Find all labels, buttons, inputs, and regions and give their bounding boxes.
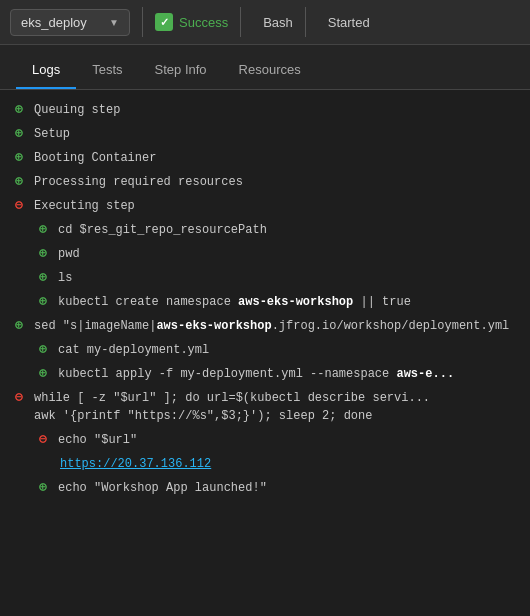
tab-resources[interactable]: Resources bbox=[223, 52, 317, 89]
check-icon: ✓ bbox=[155, 13, 173, 31]
expand-icon: ⊕ bbox=[36, 343, 50, 357]
log-row-setup[interactable]: ⊕ Setup bbox=[0, 122, 530, 146]
tab-tests[interactable]: Tests bbox=[76, 52, 138, 89]
pipeline-name: eks_deploy bbox=[21, 15, 87, 30]
expand-icon: ⊕ bbox=[12, 319, 26, 333]
status-badge: ✓ Success bbox=[155, 13, 228, 31]
collapse-icon: ⊖ bbox=[36, 433, 50, 447]
log-row-echo[interactable]: ⊖ echo "$url" bbox=[0, 428, 530, 452]
divider-2 bbox=[240, 7, 241, 37]
log-text: cat my-deployment.yml bbox=[58, 341, 209, 359]
log-row-sed[interactable]: ⊕ sed "s|imageName|aws-eks-workshop.jfro… bbox=[0, 314, 530, 338]
divider-1 bbox=[142, 7, 143, 37]
log-row-kubectl-apply[interactable]: ⊕ kubectl apply -f my-deployment.yml --n… bbox=[0, 362, 530, 386]
expand-icon: ⊕ bbox=[36, 223, 50, 237]
pipeline-dropdown[interactable]: eks_deploy ▼ bbox=[10, 9, 130, 36]
log-row-while[interactable]: ⊖ while [ -z "$url" ]; do url=$(kubectl … bbox=[0, 386, 530, 428]
expand-icon: ⊕ bbox=[12, 103, 26, 117]
collapse-icon: ⊖ bbox=[12, 199, 26, 213]
log-text: Executing step bbox=[34, 197, 135, 215]
log-row-executing[interactable]: ⊖ Executing step bbox=[0, 194, 530, 218]
log-row-echo-launched[interactable]: ⊕ echo "Workshop App launched!" bbox=[0, 476, 530, 500]
expand-icon: ⊕ bbox=[12, 151, 26, 165]
highlight-namespace2: aws-e... bbox=[396, 367, 454, 381]
log-text: echo "Workshop App launched!" bbox=[58, 479, 267, 497]
log-row-kubectl-create[interactable]: ⊕ kubectl create namespace aws-eks-works… bbox=[0, 290, 530, 314]
log-row-ls[interactable]: ⊕ ls bbox=[0, 266, 530, 290]
log-row-booting[interactable]: ⊕ Booting Container bbox=[0, 146, 530, 170]
expand-icon: ⊕ bbox=[36, 367, 50, 381]
top-bar: eks_deploy ▼ ✓ Success Bash Started bbox=[0, 0, 530, 45]
expand-icon: ⊕ bbox=[12, 175, 26, 189]
url-value[interactable]: https://20.37.136.112 bbox=[60, 455, 211, 473]
log-row-cat[interactable]: ⊕ cat my-deployment.yml bbox=[0, 338, 530, 362]
chevron-down-icon: ▼ bbox=[109, 17, 119, 28]
tab-logs[interactable]: Logs bbox=[16, 52, 76, 89]
bash-label: Bash bbox=[263, 15, 293, 30]
log-text: Booting Container bbox=[34, 149, 156, 167]
log-row-queuing[interactable]: ⊕ Queuing step bbox=[0, 98, 530, 122]
log-text: Queuing step bbox=[34, 101, 120, 119]
status-label: Success bbox=[179, 15, 228, 30]
log-area: ⊕ Queuing step ⊕ Setup ⊕ Booting Contain… bbox=[0, 90, 530, 508]
highlight-sed: aws-eks-workshop bbox=[156, 319, 271, 333]
tab-step-info[interactable]: Step Info bbox=[139, 52, 223, 89]
expand-icon: ⊕ bbox=[36, 481, 50, 495]
expand-icon: ⊕ bbox=[12, 127, 26, 141]
log-row-pwd[interactable]: ⊕ pwd bbox=[0, 242, 530, 266]
log-text: while [ -z "$url" ]; do url=$(kubectl de… bbox=[34, 389, 430, 425]
log-text: kubectl create namespace aws-eks-worksho… bbox=[58, 293, 411, 311]
highlight-namespace: aws-eks-workshop bbox=[238, 295, 353, 309]
log-text: cd $res_git_repo_resourcePath bbox=[58, 221, 267, 239]
log-row-processing[interactable]: ⊕ Processing required resources bbox=[0, 170, 530, 194]
log-text: kubectl apply -f my-deployment.yml --nam… bbox=[58, 365, 454, 383]
tab-bar: Logs Tests Step Info Resources bbox=[0, 45, 530, 90]
collapse-icon: ⊖ bbox=[12, 391, 26, 405]
expand-icon: ⊕ bbox=[36, 295, 50, 309]
log-text: pwd bbox=[58, 245, 80, 263]
log-text: ls bbox=[58, 269, 72, 287]
log-text: echo "$url" bbox=[58, 431, 137, 449]
log-text: sed "s|imageName|aws-eks-workshop.jfrog.… bbox=[34, 317, 509, 335]
log-text: Processing required resources bbox=[34, 173, 243, 191]
log-row-url: https://20.37.136.112 bbox=[0, 452, 530, 476]
url-link[interactable]: https://20.37.136.112 bbox=[60, 457, 211, 471]
log-text: Setup bbox=[34, 125, 70, 143]
started-text: Started bbox=[328, 15, 370, 30]
expand-icon: ⊕ bbox=[36, 271, 50, 285]
divider-3 bbox=[305, 7, 306, 37]
expand-icon: ⊕ bbox=[36, 247, 50, 261]
log-row-cd[interactable]: ⊕ cd $res_git_repo_resourcePath bbox=[0, 218, 530, 242]
